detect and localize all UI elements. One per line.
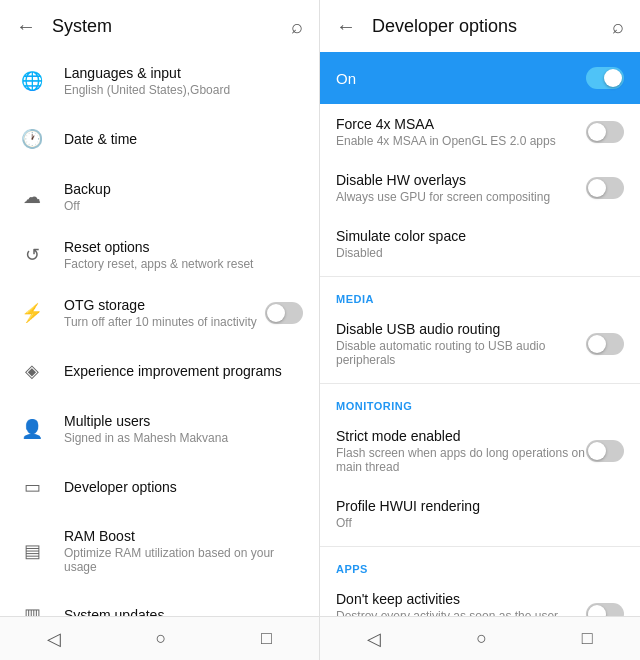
setting-item-experience[interactable]: ◈Experience improvement programs [0,342,319,400]
dev-title-strictmode: Strict mode enabled [336,428,586,444]
developer-on-row[interactable]: On [320,52,640,104]
left-back-button[interactable]: ← [16,15,36,38]
dev-item-strictmode[interactable]: Strict mode enabledFlash screen when app… [320,416,640,486]
reset-title: Reset options [64,239,303,255]
dev-item-hwui[interactable]: Profile HWUI renderingOff [320,486,640,542]
backup-title: Backup [64,181,303,197]
otg-text: OTG storageTurn off after 10 minutes of … [64,297,265,329]
dev-text-keepactivities: Don't keep activitiesDestroy every activ… [336,591,586,616]
section-label-monitoring: MONITORING [320,388,640,416]
dev-title-colorspace: Simulate color space [336,228,624,244]
dev-toggle-keepactivities[interactable] [586,603,624,616]
dev-item-colorspace[interactable]: Simulate color spaceDisabled [320,216,640,272]
backup-text: BackupOff [64,181,303,213]
setting-item-developer[interactable]: ▭Developer options [0,458,319,516]
otg-subtitle: Turn off after 10 minutes of inactivity [64,315,265,329]
setting-item-languages[interactable]: 🌐Languages & inputEnglish (United States… [0,52,319,110]
left-panel: ← System ⌕ 🌐Languages & inputEnglish (Un… [0,0,320,660]
left-bottom-nav: ◁ ○ □ [0,616,319,660]
otg-title: OTG storage [64,297,265,313]
ramboost-icon: ▤ [16,535,48,567]
dev-toggle-strictmode[interactable] [586,440,624,462]
left-nav-home[interactable]: ○ [136,620,187,657]
dev-toggle-hwoverlay[interactable] [586,177,624,199]
section-label-media: MEDIA [320,281,640,309]
dev-subtitle-colorspace: Disabled [336,246,624,260]
right-nav-home[interactable]: ○ [456,620,507,657]
experience-text: Experience improvement programs [64,363,303,379]
dev-subtitle-hwui: Off [336,516,624,530]
setting-item-users[interactable]: 👤Multiple usersSigned in as Mahesh Makva… [0,400,319,458]
reset-icon: ↺ [16,239,48,271]
left-nav-recents[interactable]: □ [241,620,292,657]
setting-item-backup[interactable]: ☁BackupOff [0,168,319,226]
right-back-button[interactable]: ← [336,15,356,38]
divider-monitoring [320,383,640,384]
developer-icon: ▭ [16,471,48,503]
right-panel: ← Developer options ⌕ On Force 4x MSAAEn… [320,0,640,660]
languages-title: Languages & input [64,65,303,81]
languages-subtitle: English (United States),Gboard [64,83,303,97]
setting-item-datetime[interactable]: 🕐Date & time [0,110,319,168]
ramboost-title: RAM Boost [64,528,303,544]
left-search-icon[interactable]: ⌕ [291,15,303,38]
section-label-apps: APPS [320,551,640,579]
ramboost-subtitle: Optimize RAM utilization based on your u… [64,546,303,574]
dev-item-hwoverlay[interactable]: Disable HW overlaysAlways use GPU for sc… [320,160,640,216]
dev-text-colorspace: Simulate color spaceDisabled [336,228,624,260]
dev-toggle-usbaudio[interactable] [586,333,624,355]
users-icon: 👤 [16,413,48,445]
dev-text-hwoverlay: Disable HW overlaysAlways use GPU for sc… [336,172,586,204]
left-nav-back[interactable]: ◁ [27,620,81,658]
setting-item-reset[interactable]: ↺Reset optionsFactory reset, apps & netw… [0,226,319,284]
updates-text: System updates [64,607,303,616]
datetime-icon: 🕐 [16,123,48,155]
dev-subtitle-keepactivities: Destroy every activity as soon as the us… [336,609,586,616]
dev-toggle-force4x[interactable] [586,121,624,143]
left-header: ← System ⌕ [0,0,319,52]
languages-icon: 🌐 [16,65,48,97]
right-title: Developer options [372,16,612,37]
right-search-icon[interactable]: ⌕ [612,15,624,38]
divider-apps [320,546,640,547]
updates-icon: ▥ [16,599,48,616]
dev-title-force4x: Force 4x MSAA [336,116,586,132]
backup-icon: ☁ [16,181,48,213]
dev-text-force4x: Force 4x MSAAEnable 4x MSAA in OpenGL ES… [336,116,586,148]
languages-text: Languages & inputEnglish (United States)… [64,65,303,97]
dev-subtitle-force4x: Enable 4x MSAA in OpenGL ES 2.0 apps [336,134,586,148]
dev-subtitle-usbaudio: Disable automatic routing to USB audio p… [336,339,586,367]
developer-text: Developer options [64,479,303,495]
reset-text: Reset optionsFactory reset, apps & netwo… [64,239,303,271]
dev-text-hwui: Profile HWUI renderingOff [336,498,624,530]
reset-subtitle: Factory reset, apps & network reset [64,257,303,271]
dev-item-usbaudio[interactable]: Disable USB audio routingDisable automat… [320,309,640,379]
setting-item-ramboost[interactable]: ▤RAM BoostOptimize RAM utilization based… [0,516,319,586]
updates-title: System updates [64,607,303,616]
dev-item-keepactivities[interactable]: Don't keep activitiesDestroy every activ… [320,579,640,616]
backup-subtitle: Off [64,199,303,213]
setting-item-updates[interactable]: ▥System updates [0,586,319,616]
otg-toggle[interactable] [265,302,303,324]
datetime-text: Date & time [64,131,303,147]
setting-item-otg[interactable]: ⚡OTG storageTurn off after 10 minutes of… [0,284,319,342]
right-settings-list: Force 4x MSAAEnable 4x MSAA in OpenGL ES… [320,104,640,616]
left-title: System [52,16,291,37]
dev-item-force4x[interactable]: Force 4x MSAAEnable 4x MSAA in OpenGL ES… [320,104,640,160]
users-title: Multiple users [64,413,303,429]
right-nav-recents[interactable]: □ [562,620,613,657]
developer-on-label: On [336,70,586,87]
left-settings-list: 🌐Languages & inputEnglish (United States… [0,52,319,616]
developer-on-toggle[interactable] [586,67,624,89]
dev-title-keepactivities: Don't keep activities [336,591,586,607]
users-subtitle: Signed in as Mahesh Makvana [64,431,303,445]
dev-title-hwoverlay: Disable HW overlays [336,172,586,188]
right-nav-back[interactable]: ◁ [347,620,401,658]
experience-icon: ◈ [16,355,48,387]
dev-text-strictmode: Strict mode enabledFlash screen when app… [336,428,586,474]
dev-text-usbaudio: Disable USB audio routingDisable automat… [336,321,586,367]
divider-media [320,276,640,277]
right-header: ← Developer options ⌕ [320,0,640,52]
dev-title-hwui: Profile HWUI rendering [336,498,624,514]
dev-title-usbaudio: Disable USB audio routing [336,321,586,337]
